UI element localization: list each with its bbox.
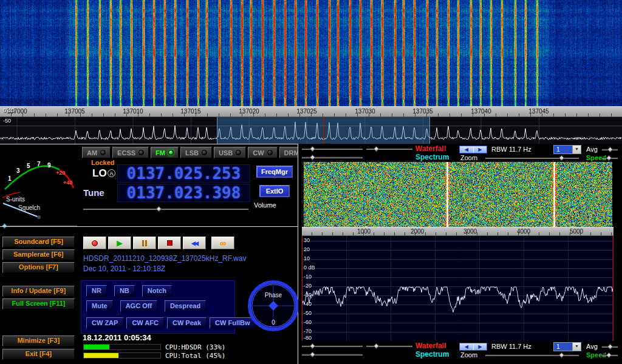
mode-button-cw[interactable]: CW bbox=[248, 147, 277, 158]
slider-thumb[interactable] bbox=[606, 155, 612, 161]
volume-slider[interactable] bbox=[83, 206, 248, 212]
waterfall-contrast-slider[interactable] bbox=[366, 146, 412, 152]
avg-count-select[interactable]: 1 ▼ bbox=[553, 342, 581, 351]
slider-thumb[interactable] bbox=[373, 146, 379, 152]
spectrum-offset-slider[interactable] bbox=[302, 155, 363, 160]
combo-dropdown-arrow[interactable]: ▼ bbox=[572, 343, 581, 351]
db-tick-label: -50 bbox=[304, 310, 312, 316]
zoom-slider[interactable] bbox=[485, 352, 579, 358]
waterfall-contrast-slider[interactable] bbox=[366, 343, 412, 349]
slider-thumb[interactable] bbox=[559, 352, 565, 359]
db-scale-label: -50 bbox=[3, 118, 11, 124]
zoom-label: Zoom bbox=[460, 351, 477, 359]
slider-thumb[interactable] bbox=[373, 343, 379, 349]
combo-dropdown-arrow[interactable]: ▼ bbox=[572, 146, 581, 153]
options-button[interactable]: Options [F7] bbox=[2, 262, 75, 273]
exit-button[interactable]: Exit [F4] bbox=[2, 349, 75, 360]
scroll-right-arrow[interactable]: ▶ bbox=[473, 343, 487, 350]
rewind-button[interactable]: ◀◀ bbox=[183, 237, 206, 249]
waterfall-brightness-slider[interactable] bbox=[302, 343, 363, 349]
phase-label: Phase bbox=[265, 292, 282, 298]
notch-button[interactable]: Notch bbox=[142, 285, 172, 297]
lo-a-badge[interactable]: A bbox=[108, 169, 115, 177]
speed-slider[interactable] bbox=[602, 155, 618, 161]
record-button[interactable] bbox=[83, 237, 106, 249]
nr-button[interactable]: NR bbox=[86, 285, 107, 297]
samplerate-button[interactable]: Samplerate [F6] bbox=[2, 249, 75, 260]
zoom-slider[interactable] bbox=[485, 155, 579, 161]
slider-thumb[interactable] bbox=[310, 155, 316, 161]
cw-zap-button[interactable]: CW ZAP bbox=[86, 317, 123, 329]
record-icon bbox=[92, 240, 98, 246]
mode-led bbox=[267, 150, 273, 155]
stop-button[interactable] bbox=[158, 237, 181, 249]
slider-thumb[interactable] bbox=[310, 352, 316, 358]
mode-button-usb[interactable]: USB bbox=[214, 147, 246, 158]
mute-button[interactable]: Mute bbox=[86, 300, 113, 312]
main-waterfall-display[interactable] bbox=[0, 0, 622, 106]
nb-button[interactable]: NB bbox=[114, 285, 135, 297]
soundcard-button[interactable]: Soundcard [F5] bbox=[2, 237, 75, 248]
play-button[interactable]: ▶ bbox=[108, 237, 131, 249]
despread-button[interactable]: Despread bbox=[165, 300, 206, 312]
db-tick-label: -60 bbox=[304, 319, 312, 325]
scroll-right-arrow[interactable]: ▶ bbox=[473, 146, 487, 153]
speed-slider[interactable] bbox=[602, 352, 618, 358]
tune-frequency-display[interactable]: 0137.023.398 bbox=[117, 184, 250, 202]
slider-thumb[interactable] bbox=[607, 344, 613, 350]
slider-thumb[interactable] bbox=[310, 343, 316, 349]
spectrum-offset-slider[interactable] bbox=[302, 352, 363, 357]
avg-slider[interactable] bbox=[602, 147, 618, 152]
avg-count-select[interactable]: 1 ▼ bbox=[553, 145, 581, 154]
loop-button[interactable]: ∞ bbox=[211, 237, 234, 249]
mode-button-fm[interactable]: FM bbox=[151, 147, 179, 158]
scroll-left-arrow[interactable]: ◀ bbox=[460, 343, 473, 350]
scroll-left-arrow[interactable]: ◀ bbox=[460, 146, 473, 153]
spectrum-label[interactable]: Spectrum bbox=[415, 153, 449, 161]
slider-thumb[interactable] bbox=[606, 352, 612, 359]
slider-thumb[interactable] bbox=[310, 146, 316, 152]
frequency-tick-label: 137040 bbox=[466, 108, 496, 115]
main-frequency-scale[interactable]: 137000 137005 137010 137015 137020 13702… bbox=[0, 106, 622, 117]
fullscreen-button[interactable]: Full Screen [F11] bbox=[2, 298, 75, 309]
hz-tick-label: 3000 bbox=[458, 228, 482, 235]
mode-button-am[interactable]: AM bbox=[82, 147, 111, 158]
info-update-button[interactable]: Info / Update [F9] bbox=[2, 286, 75, 297]
agc-button[interactable]: AGC Off bbox=[120, 300, 157, 312]
waterfall-scroll-control[interactable]: ◀ ▶ bbox=[459, 146, 487, 153]
slider-thumb[interactable] bbox=[607, 147, 613, 153]
mode-button-ecss[interactable]: ECSS bbox=[112, 147, 149, 158]
waterfall-scroll-control[interactable]: ◀ ▶ bbox=[459, 343, 487, 351]
mode-button-lsb[interactable]: LSB bbox=[180, 147, 212, 158]
pause-button[interactable] bbox=[133, 237, 156, 249]
slider-track bbox=[485, 354, 579, 356]
lo-frequency-display[interactable]: 0137.025.253 bbox=[117, 164, 250, 183]
frequency-tick-label: 137005 bbox=[60, 108, 89, 115]
recording-timestamp: Dec 10, 2011 - 12:10:18Z bbox=[83, 265, 165, 273]
mode-label: CW bbox=[253, 149, 264, 157]
avg-slider[interactable] bbox=[602, 344, 618, 349]
cw-afc-button[interactable]: CW AFC bbox=[126, 317, 164, 329]
cpu-total-meter bbox=[83, 352, 161, 359]
waterfall-label[interactable]: Waterfall bbox=[415, 342, 446, 350]
combo-selected-value: 1 bbox=[554, 343, 572, 351]
tune-marker[interactable] bbox=[323, 117, 324, 144]
waterfall-label[interactable]: Waterfall bbox=[415, 145, 446, 153]
waterfall-brightness-slider[interactable] bbox=[302, 146, 363, 152]
freqmgr-button[interactable]: FreqMgr bbox=[256, 166, 293, 178]
playback-controls: ▶ ◀◀ ∞ bbox=[83, 237, 234, 249]
spectrum-right-marker bbox=[613, 236, 613, 341]
frequency-tick-label: 137025 bbox=[292, 108, 321, 115]
hdsdr-window: 137000 137005 137010 137015 137020 13702… bbox=[0, 0, 622, 364]
rx-waterfall-display[interactable] bbox=[304, 162, 612, 227]
extio-button[interactable]: ExtIO bbox=[259, 185, 290, 197]
slider-track bbox=[485, 157, 579, 159]
rx-frequency-scale[interactable]: 1000 2000 3000 4000 5000 bbox=[302, 227, 613, 236]
minimize-button[interactable]: Minimize [F3] bbox=[2, 335, 75, 346]
spectrum-label[interactable]: Spectrum bbox=[415, 351, 449, 359]
slider-thumb[interactable] bbox=[156, 206, 162, 212]
slider-thumb[interactable] bbox=[559, 155, 565, 161]
cw-peak-button[interactable]: CW Peak bbox=[167, 317, 207, 329]
lo-label: LO bbox=[92, 167, 107, 180]
rx-spectrum-display[interactable] bbox=[302, 236, 613, 341]
